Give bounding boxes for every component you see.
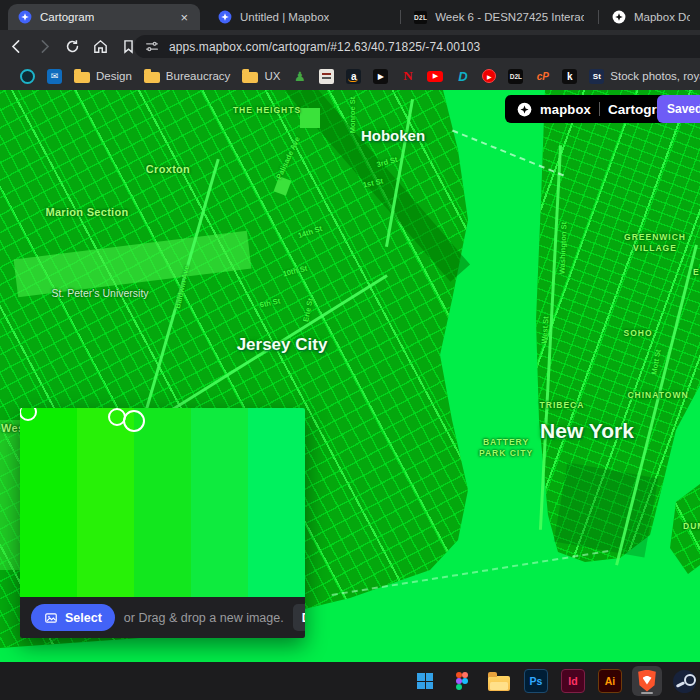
mail-icon: ✉ <box>47 69 62 84</box>
color-pick-handle[interactable] <box>123 410 145 432</box>
file-explorer-button[interactable] <box>484 666 514 696</box>
close-icon[interactable]: × <box>178 11 190 24</box>
figma-icon <box>456 672 468 690</box>
bookmark-netflix[interactable]: N <box>400 69 415 84</box>
play-badge-icon: ▶ <box>373 69 388 84</box>
indesign-app-button[interactable]: Id <box>558 666 588 696</box>
reload-icon[interactable] <box>60 34 84 58</box>
folder-icon <box>242 72 258 83</box>
bookmark-folder-ux[interactable]: UX <box>242 69 280 83</box>
map-label-tribeca: TRIBECA <box>540 400 585 410</box>
building-blocks <box>554 463 658 558</box>
map-label-st-peters-university: St. Peter's University <box>51 287 148 299</box>
map-label-east-village: EAST VILLAGE <box>693 267 700 277</box>
color-source-panel: Select or Drag & drop a new image. Dark … <box>20 408 305 638</box>
bookmark-outlook[interactable]: ✉ <box>47 69 62 84</box>
map-label-marion-section: Marion Section <box>45 206 128 218</box>
typewriter-icon <box>319 69 334 84</box>
map-label-dumbo: DUMBO <box>683 521 700 531</box>
tab-cartogram[interactable]: Cartogram × <box>8 4 200 30</box>
image-icon <box>44 611 58 625</box>
url-bar[interactable]: apps.mapbox.com/cartogram/#12.63/40.7182… <box>134 35 700 58</box>
bookmark-label: Bureaucracy <box>166 70 231 82</box>
illustrator-app-button[interactable]: Ai <box>595 666 625 696</box>
bookmark-stock-photos[interactable]: StStock photos, royalt... <box>589 69 700 84</box>
browser-toolbar: apps.mapbox.com/cartogram/#12.63/40.7182… <box>0 30 700 62</box>
map-label-greenwich-village: GREENWICH VILLAGE <box>624 232 686 255</box>
bookmark-chess[interactable]: ♟ <box>292 69 307 84</box>
tab-title: Mapbox Docs <box>634 11 690 23</box>
windows-start-button[interactable] <box>410 666 440 696</box>
bookmark-play[interactable]: ▶ <box>373 69 388 84</box>
home-icon[interactable] <box>88 34 112 58</box>
chess-pawn-icon: ♟ <box>292 69 307 84</box>
bookmark-typewriter[interactable] <box>319 69 334 84</box>
steam-app-button[interactable] <box>669 666 699 696</box>
kickstarter-icon: k <box>562 69 577 84</box>
map-label-chinatown: CHINATOWN <box>627 390 688 400</box>
map-label-croxton: Croxton <box>146 163 190 175</box>
divider <box>599 102 600 116</box>
tab-title: Untitled | Mapbox <box>240 11 329 23</box>
theme-dropdown[interactable]: Dark ▾ <box>293 604 305 631</box>
brand-name: mapbox <box>540 102 591 117</box>
folder-icon <box>488 676 510 691</box>
bookmark-cpanel[interactable]: cP <box>535 69 550 84</box>
bookmark-folder-bureaucracy[interactable]: Bureaucracy <box>144 69 231 83</box>
tab-mapbox-docs[interactable]: Mapbox Docs <box>602 4 700 30</box>
map-label-the-heights: THE HEIGHTS <box>233 105 301 115</box>
back-icon[interactable] <box>4 34 28 58</box>
brave-icon <box>637 670 658 693</box>
map-label-soho: SOHO <box>623 328 652 338</box>
bookmark-youtube[interactable]: ▶ <box>427 71 443 82</box>
map-label-hoboken: Hoboken <box>361 127 425 144</box>
bookmarks-bar: ✉ Design Bureaucracy UX ♟ a ▶ N ▶ D ▶ D2… <box>0 62 700 90</box>
park-area <box>300 108 320 128</box>
windows-taskbar: Ps Id Ai <box>0 662 700 700</box>
bookmark-yt-music[interactable]: ▶ <box>482 69 496 83</box>
yt-music-icon: ▶ <box>482 69 496 83</box>
bookmark-amazon[interactable]: a <box>346 69 361 84</box>
tab-title: Cartogram <box>40 11 94 23</box>
figma-app-button[interactable] <box>447 666 477 696</box>
netflix-icon: N <box>400 69 415 84</box>
swatch-band <box>248 408 305 597</box>
bookmark-disney[interactable]: D <box>455 69 470 84</box>
photoshop-app-button[interactable]: Ps <box>521 666 551 696</box>
illustrator-icon: Ai <box>598 669 622 693</box>
browser-tabstrip: Cartogram × Untitled | Mapbox D2L Week 6… <box>0 0 700 30</box>
taskbar-icons: Ps Id Ai <box>410 662 699 700</box>
swatch-band <box>77 408 134 597</box>
windows-logo-icon <box>417 673 433 689</box>
tab-week6[interactable]: D2L Week 6 - DESN27425 Interaction Des <box>404 4 594 30</box>
bookmark-folder-design[interactable]: Design <box>74 69 132 83</box>
swatch-band <box>191 408 248 597</box>
stock-badge-icon: St <box>589 69 604 84</box>
url-text[interactable]: apps.mapbox.com/cartogram/#12.63/40.7182… <box>169 40 480 54</box>
ring-logo-icon <box>20 69 35 84</box>
bookmark-label: Design <box>96 70 132 82</box>
street-label-washington: Washington St <box>558 222 569 275</box>
brave-browser-button[interactable] <box>632 666 662 696</box>
swatch-band <box>134 408 191 597</box>
d2l-favicon-icon: D2L <box>414 11 427 24</box>
amazon-icon: a <box>346 69 361 84</box>
select-image-button[interactable]: Select <box>31 604 115 631</box>
forward-icon[interactable] <box>32 34 56 58</box>
bookmark-d2l[interactable]: D2L <box>508 69 523 84</box>
bookmark-ring-logo[interactable] <box>20 69 35 84</box>
disney-icon: D <box>455 69 470 84</box>
saved-styles-button[interactable]: Saved sty <box>657 95 700 123</box>
bookmark-label: UX <box>264 70 280 82</box>
map-canvas[interactable]: Hoboken Jersey City New York THE HEIGHTS… <box>0 90 700 662</box>
source-image-dropzone[interactable] <box>20 408 305 597</box>
site-settings-icon[interactable] <box>144 35 160 59</box>
map-label-battery-park-city: BATTERY PARK CITY <box>479 437 533 460</box>
panel-toolbar: Select or Drag & drop a new image. Dark … <box>20 597 305 638</box>
tab-untitled-mapbox[interactable]: Untitled | Mapbox <box>208 4 394 30</box>
bookmark-kickstarter[interactable]: k <box>562 69 577 84</box>
theme-value: Dark <box>302 611 305 625</box>
mapbox-favicon-icon <box>218 10 232 24</box>
steam-icon <box>673 670 696 693</box>
mapbox-logo-icon <box>517 102 532 117</box>
